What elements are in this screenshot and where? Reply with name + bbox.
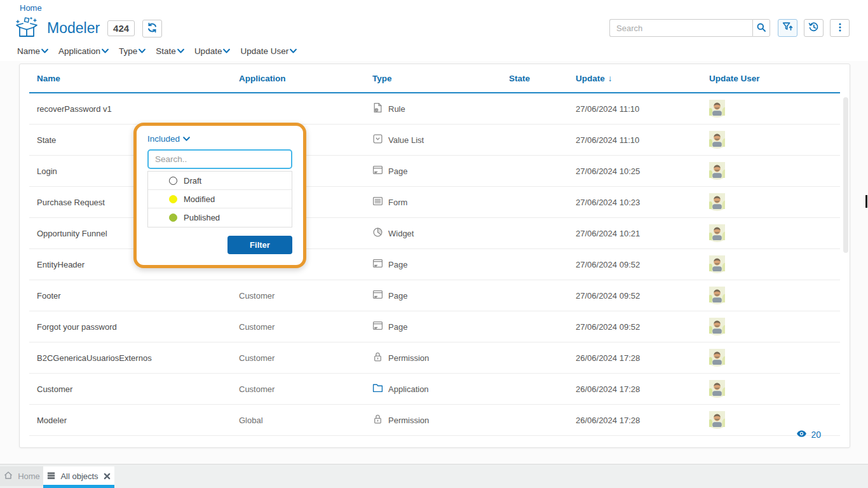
filter-chip-update-user[interactable]: Update User bbox=[240, 46, 297, 56]
modeler-app: Home Modeler 424 bbox=[0, 0, 868, 488]
filter-chip-update[interactable]: Update bbox=[194, 46, 231, 56]
table-row[interactable]: Customer Customer Application 26/06/2024… bbox=[29, 374, 840, 405]
chevron-down-icon bbox=[41, 46, 48, 56]
row-update: 26/06/2024 17:28 bbox=[576, 353, 709, 363]
modeler-box-icon bbox=[14, 17, 39, 40]
column-header-update-user[interactable]: Update User bbox=[709, 74, 840, 83]
filter-chip-application[interactable]: Application bbox=[58, 46, 109, 56]
popup-actions: Filter bbox=[147, 236, 292, 254]
column-filter-bar: Name Application Type State bbox=[17, 46, 297, 56]
avatar bbox=[709, 233, 725, 242]
row-type: Rule bbox=[372, 102, 509, 115]
row-application: Customer bbox=[239, 291, 372, 301]
row-application: Customer bbox=[239, 353, 372, 363]
state-options-list: Draft Modified Published bbox=[147, 171, 292, 227]
main-area: Name Application Type State Update ↓ Upd… bbox=[0, 61, 868, 464]
avatar bbox=[709, 170, 725, 180]
search-icon bbox=[756, 22, 766, 34]
row-update: 26/06/2024 17:28 bbox=[576, 384, 709, 394]
table-scrollbar-thumb[interactable] bbox=[843, 97, 848, 253]
close-tab-icon[interactable] bbox=[103, 472, 111, 480]
filter-chip-state[interactable]: State bbox=[156, 46, 184, 56]
home-icon bbox=[3, 470, 13, 482]
column-header-update[interactable]: Update ↓ bbox=[576, 74, 709, 83]
column-header-type[interactable]: Type bbox=[372, 74, 509, 83]
avatar bbox=[709, 357, 725, 367]
search-input[interactable] bbox=[609, 19, 752, 37]
row-type: Value List bbox=[372, 133, 509, 146]
visible-rows-count: 20 bbox=[811, 430, 821, 440]
column-header-state[interactable]: State bbox=[509, 74, 576, 83]
column-header-name[interactable]: Name bbox=[37, 74, 239, 83]
history-icon bbox=[808, 22, 819, 34]
refresh-button[interactable] bbox=[142, 20, 162, 37]
table-row[interactable]: Modeler Global Permission 26/06/2024 17:… bbox=[29, 405, 840, 436]
state-option-draft[interactable]: Draft bbox=[148, 172, 292, 190]
row-update: 27/06/2024 09:52 bbox=[576, 291, 709, 301]
page-icon bbox=[372, 258, 383, 271]
state-filter-search-input[interactable] bbox=[147, 149, 292, 169]
row-type: Widget bbox=[372, 227, 509, 240]
state-option-dot bbox=[169, 177, 177, 185]
table-row[interactable]: Forgot your password Customer Page 27/06… bbox=[29, 311, 840, 342]
row-name: B2CGenericaUsuariosExternos bbox=[37, 353, 239, 363]
chevron-down-icon bbox=[183, 134, 190, 144]
active-tab-underline bbox=[43, 485, 114, 488]
tab-home[interactable]: Home bbox=[0, 466, 43, 486]
chevron-down-icon bbox=[290, 46, 297, 56]
history-button[interactable] bbox=[804, 19, 824, 37]
column-header-application[interactable]: Application bbox=[239, 74, 372, 83]
tab-all-objects[interactable]: All objects bbox=[43, 466, 114, 486]
state-option-modified[interactable]: Modified bbox=[148, 190, 292, 208]
home-breadcrumb-link[interactable]: Home bbox=[20, 3, 42, 13]
table-header-row: Name Application Type State Update ↓ Upd… bbox=[29, 64, 840, 93]
filter-chip-type[interactable]: Type bbox=[119, 46, 146, 56]
state-option-published[interactable]: Published bbox=[148, 208, 292, 227]
row-update: 27/06/2024 09:52 bbox=[576, 260, 709, 269]
row-update: 27/06/2024 09:52 bbox=[576, 322, 709, 332]
row-type: Page bbox=[372, 258, 509, 271]
brand-row: Modeler 424 bbox=[14, 17, 162, 40]
row-application: Customer bbox=[239, 384, 372, 394]
chevron-down-icon bbox=[177, 46, 184, 56]
object-count-badge: 424 bbox=[107, 20, 135, 36]
advanced-filter-button[interactable] bbox=[778, 19, 797, 37]
permission-icon bbox=[372, 414, 383, 426]
filter-chip-name[interactable]: Name bbox=[17, 46, 48, 56]
avatar bbox=[709, 201, 725, 211]
avatar bbox=[709, 326, 725, 336]
included-mode-selector[interactable]: Included bbox=[147, 134, 190, 144]
table-row[interactable]: B2CGenericaUsuariosExternos Customer Per… bbox=[29, 342, 840, 374]
search-button[interactable] bbox=[752, 19, 770, 37]
row-type: Application bbox=[372, 383, 509, 395]
row-type: Permission bbox=[372, 351, 509, 364]
table-row[interactable]: recoverPassword v1 Rule 27/06/2024 11:10 bbox=[29, 93, 840, 125]
more-options-button[interactable] bbox=[830, 19, 850, 37]
application-icon bbox=[372, 383, 383, 395]
row-type: Form bbox=[372, 196, 509, 208]
row-application: Customer bbox=[239, 322, 372, 332]
row-name: Customer bbox=[37, 384, 239, 394]
apply-filter-button[interactable]: Filter bbox=[227, 236, 292, 254]
eye-icon bbox=[796, 428, 807, 441]
bottom-tab-bar: Home All objects bbox=[0, 464, 868, 488]
row-update: 27/06/2024 10:21 bbox=[576, 229, 709, 238]
row-type: Page bbox=[372, 320, 509, 333]
text-cursor-mark bbox=[865, 195, 867, 208]
permission-icon bbox=[372, 351, 383, 364]
chevron-down-icon bbox=[139, 46, 146, 56]
visible-rows-counter[interactable]: 20 bbox=[796, 428, 821, 441]
row-update: 26/06/2024 17:28 bbox=[576, 416, 709, 425]
page-icon bbox=[372, 320, 383, 333]
refresh-icon bbox=[147, 22, 158, 35]
state-option-dot bbox=[169, 214, 177, 222]
row-name: recoverPassword v1 bbox=[37, 104, 239, 114]
avatar bbox=[709, 139, 725, 149]
sort-desc-icon: ↓ bbox=[608, 74, 613, 83]
avatar bbox=[709, 264, 725, 273]
table-row[interactable]: Footer Customer Page 27/06/2024 09:52 bbox=[29, 280, 840, 311]
row-type: Page bbox=[372, 165, 509, 177]
filter-funnel-icon bbox=[782, 22, 793, 34]
top-header: Home Modeler 424 bbox=[0, 0, 868, 61]
state-option-dot bbox=[169, 195, 177, 203]
